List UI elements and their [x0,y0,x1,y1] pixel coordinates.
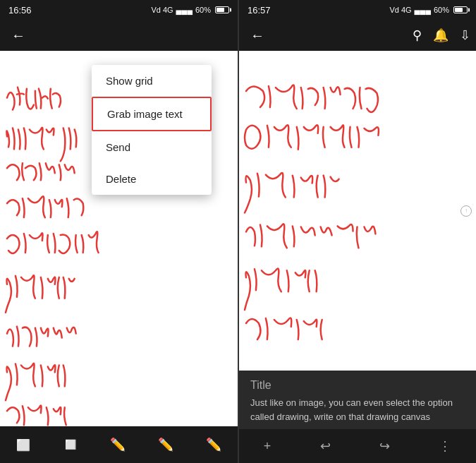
notification-icon[interactable]: 🔔 [433,28,448,43]
pen-red-tool-button[interactable]: ✏️ [104,431,131,458]
battery-icon [215,6,229,13]
right-phone: 16:57 Vd 4G ▄▄▄ 60% ← ⚲ 🔔 ⇩ [239,0,476,463]
left-time: 16:56 [8,5,32,16]
right-bottom-toolbar: + ↩ ↪ ⋮ [239,429,476,463]
right-extracted-text-section: Title Just like on image, you can even s… [239,371,476,429]
context-menu: Show grid Grab image text Send Delete [92,65,212,195]
left-canvas: Show grid Grab image text Send Delete [0,51,238,426]
right-battery-text: 60% [434,6,449,14]
back-button[interactable]: ← [6,25,31,47]
signal-bars-icon: ▄▄▄ [176,6,193,14]
redo-button[interactable]: ↪ [374,433,396,459]
scroll-indicator [460,205,472,217]
battery-text: 60% [195,6,211,14]
download-icon[interactable]: ⇩ [460,28,470,43]
right-status-icons: Vd 4G ▄▄▄ 60% [389,6,468,14]
left-phone: 16:56 Vd 4G ▄▄▄ 60% ← [0,0,238,463]
right-handwriting-svg [239,51,476,371]
left-header: ← [0,20,238,51]
menu-item-grab-image-text[interactable]: Grab image text [92,97,212,131]
right-header-icons: ⚲ 🔔 ⇩ [413,28,470,43]
eraser-tool-button[interactable]: ◻️ [57,431,84,458]
right-title-label: Title [250,379,465,392]
menu-item-delete[interactable]: Delete [92,163,212,195]
right-back-button[interactable]: ← [245,25,270,47]
right-signal-bars-icon: ▄▄▄ [415,6,431,14]
right-header: ← ⚲ 🔔 ⇩ [239,20,476,51]
menu-item-send[interactable]: Send [92,131,212,163]
right-status-bar: 16:57 Vd 4G ▄▄▄ 60% [239,0,476,20]
add-button[interactable]: + [258,433,277,459]
more-options-button[interactable]: ⋮ [433,433,457,459]
left-status-icons: Vd 4G ▄▄▄ 60% [151,6,229,14]
undo-button[interactable]: ↩ [315,433,336,459]
left-status-bar: 16:56 Vd 4G ▄▄▄ 60% [0,0,238,20]
signal-text: Vd 4G [151,6,173,14]
left-bottom-toolbar: ⬜ ◻️ ✏️ ✏️ ✏️ [0,426,238,463]
right-signal-text: Vd 4G [389,6,411,14]
right-extracted-text: Just like on image, you can even select … [250,396,465,423]
menu-item-show-grid[interactable]: Show grid [92,65,212,97]
bookmark-icon[interactable]: ⚲ [413,28,422,43]
right-time: 16:57 [248,5,271,16]
right-battery-icon [453,6,468,13]
right-canvas [239,51,476,371]
pen-blue-tool-button[interactable]: ✏️ [152,431,179,458]
select-tool-button[interactable]: ⬜ [11,433,36,457]
pen-light-tool-button[interactable]: ✏️ [200,431,227,458]
